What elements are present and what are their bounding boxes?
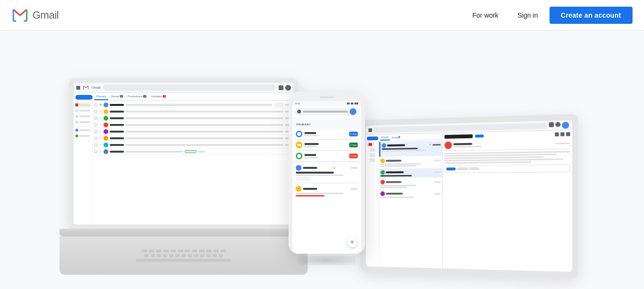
forward-btn[interactable] xyxy=(469,167,479,170)
inbox-item[interactable] xyxy=(74,103,91,107)
snoozed-icon-tablet[interactable] xyxy=(370,153,375,157)
social-tab-phone[interactable]: 2 new xyxy=(294,130,359,138)
user-avatar-laptop[interactable] xyxy=(285,85,291,91)
divider xyxy=(294,139,359,140)
sender xyxy=(110,117,124,119)
checkbox[interactable] xyxy=(94,130,97,133)
star-icon[interactable]: ★ xyxy=(99,143,102,147)
sender xyxy=(110,124,124,126)
battery-icon xyxy=(354,103,358,104)
divider xyxy=(292,161,361,162)
table-row[interactable] xyxy=(379,156,442,168)
label-2[interactable] xyxy=(74,134,91,138)
star-icon[interactable]: ★ xyxy=(99,149,102,154)
label-label-2 xyxy=(79,135,90,137)
email-card[interactable] xyxy=(294,184,360,199)
tab-promotions[interactable]: Promotions 2 xyxy=(126,93,148,100)
table-row[interactable]: ★ xyxy=(93,135,294,142)
user-avatar-tablet[interactable] xyxy=(562,122,569,129)
table-row[interactable]: ★ xyxy=(93,102,294,108)
tab-social-tablet[interactable]: Social 3 xyxy=(391,134,401,140)
sender-email xyxy=(453,145,482,147)
checkbox[interactable] xyxy=(94,124,97,126)
star-icon[interactable]: ★ xyxy=(99,116,102,120)
avatar xyxy=(104,129,108,134)
tab-primary[interactable]: Primary xyxy=(94,93,108,100)
close-icon[interactable] xyxy=(566,132,571,136)
checkbox[interactable] xyxy=(94,144,97,146)
attachments xyxy=(296,177,358,181)
more-icon[interactable] xyxy=(561,132,565,136)
phone-shadow xyxy=(298,256,355,265)
email-card[interactable]: ★ xyxy=(294,163,360,183)
label-1[interactable] xyxy=(74,128,91,133)
star-icon[interactable]: ★ xyxy=(99,109,102,114)
checkbox[interactable] xyxy=(94,103,97,106)
star-icon[interactable]: ★ xyxy=(332,166,336,170)
subject xyxy=(381,175,412,176)
compose-btn-tablet[interactable] xyxy=(367,136,378,140)
checkbox[interactable] xyxy=(94,137,97,140)
print-icon[interactable] xyxy=(555,133,559,136)
checkbox[interactable] xyxy=(94,150,97,153)
for-work-link[interactable]: For work xyxy=(465,8,506,23)
reply-area[interactable] xyxy=(445,165,570,174)
promotions-tab-phone[interactable]: 2 new xyxy=(294,141,359,149)
star-icon[interactable]: ★ xyxy=(99,129,102,134)
gmail-logo-icon xyxy=(11,7,29,24)
search-bar-laptop[interactable] xyxy=(103,84,276,91)
tablet-sidebar xyxy=(366,134,379,267)
table-row[interactable]: ★ xyxy=(93,115,294,122)
reply-btn[interactable] xyxy=(447,167,456,170)
create-account-button[interactable]: Create an account xyxy=(550,7,633,24)
updates-tab-phone[interactable]: 3 new xyxy=(294,152,359,160)
phone-search-bar[interactable] xyxy=(294,108,359,115)
sign-in-link[interactable]: Sign in xyxy=(510,8,546,23)
key xyxy=(156,249,162,252)
user-avatar-phone[interactable] xyxy=(350,108,356,115)
table-row[interactable]: ★ xyxy=(93,148,294,155)
table-row[interactable]: ★ xyxy=(93,142,294,148)
sent-icon-tablet[interactable] xyxy=(370,158,375,162)
label-icon-2 xyxy=(75,134,78,137)
sent-item[interactable] xyxy=(74,120,91,124)
star-icon[interactable]: ★ xyxy=(99,103,102,107)
reply-all-btn[interactable] xyxy=(457,167,468,170)
time xyxy=(434,193,441,195)
time xyxy=(198,151,205,153)
checkbox[interactable] xyxy=(94,117,97,120)
key xyxy=(206,254,211,257)
starred-item[interactable] xyxy=(74,108,91,113)
table-row[interactable] xyxy=(379,190,442,199)
table-row[interactable]: ★ xyxy=(379,141,442,157)
tab-social[interactable]: Social 2 xyxy=(109,93,125,100)
checkbox[interactable] xyxy=(94,110,97,113)
table-row[interactable]: ★ xyxy=(93,128,294,135)
avatar xyxy=(104,116,108,121)
tabs-laptop: Primary Social 2 Promotions 2 xyxy=(93,93,294,101)
table-row[interactable] xyxy=(379,168,442,178)
star-icon[interactable]: ★ xyxy=(99,136,102,140)
tab-updates-label: Updates xyxy=(151,95,162,98)
phone-speaker xyxy=(320,96,334,98)
tab-primary-tablet[interactable]: Primary xyxy=(381,134,390,141)
table-row[interactable]: ★ xyxy=(93,108,294,115)
header-nav: For work Sign in Create an account xyxy=(465,7,633,24)
inbox-icon-tablet[interactable] xyxy=(367,142,374,147)
starred-icon-tablet[interactable] xyxy=(370,148,375,152)
compose-btn-laptop[interactable] xyxy=(75,95,93,100)
sender-details xyxy=(453,143,482,147)
tab-updates[interactable]: Updates 3 xyxy=(149,93,168,100)
star-icon[interactable]: ★ xyxy=(429,143,432,146)
signal-icon xyxy=(347,103,350,104)
snoozed-item[interactable] xyxy=(74,114,91,119)
table-row[interactable]: ★ xyxy=(93,122,294,128)
time xyxy=(434,171,441,173)
social-icon xyxy=(296,131,302,137)
star-icon[interactable]: ★ xyxy=(99,123,102,127)
sent-icon xyxy=(75,121,78,124)
table-row[interactable] xyxy=(379,178,442,189)
avatar xyxy=(104,123,108,127)
compose-fab[interactable]: + xyxy=(347,237,357,247)
sender xyxy=(110,144,124,146)
